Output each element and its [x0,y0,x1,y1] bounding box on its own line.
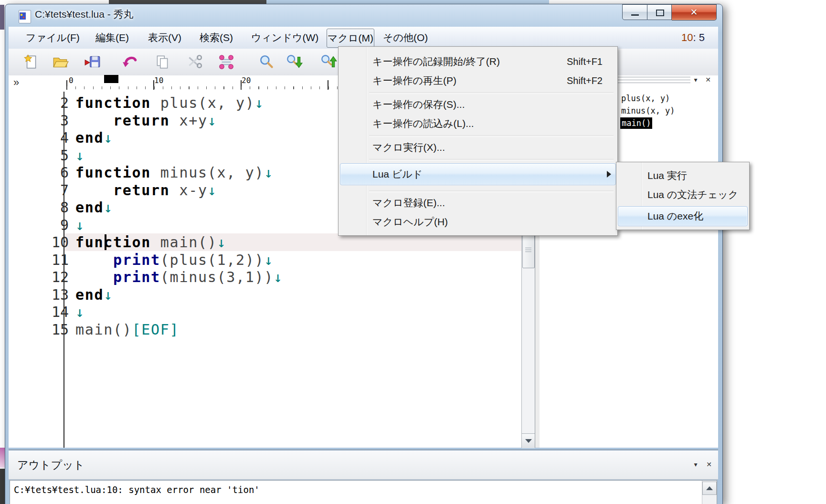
outline-close-button[interactable]: ✕ [703,75,713,84]
menu-item-run-macro[interactable]: マクロ実行(X)... [339,138,617,157]
output-header: アウトプット ▾ ✕ [9,451,718,480]
menu-search[interactable]: 検索(S) [200,27,233,49]
paste-button[interactable] [218,53,235,71]
newline-mark: ↓ [104,129,113,146]
menu-separator [369,159,614,161]
newline-mark: ↓ [254,94,264,111]
search-previous-button[interactable] [320,53,337,71]
editor-line: 13end↓ [9,286,521,304]
copy-button[interactable] [154,53,171,71]
submenu-item-lua-exe[interactable]: Lua のexe化 [617,206,749,226]
open-folder-icon [52,53,69,71]
search-button[interactable] [258,53,275,71]
eof-mark: [EOF] [132,321,180,338]
line-number: 7 [28,181,69,199]
new-file-icon [22,53,39,71]
maximize-button[interactable] [647,4,672,20]
output-splitter[interactable] [9,450,718,450]
caret-position-indicator: 10: 5 [681,27,705,49]
menu-separator [369,92,614,94]
newline-mark: ↓ [274,269,283,285]
hidemaru-file-icon [19,10,31,23]
copy-icon [154,53,171,71]
window-title: C:¥tets¥test.lua - 秀丸 [35,7,134,21]
open-file-button[interactable] [52,53,69,71]
output-close-button[interactable]: ✕ [704,460,714,469]
close-button[interactable]: ✕ [672,4,717,21]
shortcut-label: Shift+F1 [567,56,603,67]
newline-mark: ↓ [75,217,85,233]
line-number: 12 [28,268,69,286]
line-number: 15 [28,321,69,338]
line-number: 8 [28,199,69,216]
paste-icon [218,53,235,71]
menu-item-play-macro[interactable]: キー操作の再生(P)Shift+F2 [339,71,617,90]
line-number: 11 [28,251,69,269]
newline-mark: ↓ [264,164,274,181]
menu-item-macro-help[interactable]: マクロヘルプ(H) [339,212,617,231]
output-error-text: C:¥tets¥test.lua:10: syntax error near '… [14,484,260,495]
menu-separator [369,135,614,137]
shortcut-label: Shift+F2 [567,75,603,86]
search-next-button[interactable] [286,53,303,71]
menu-item-record-macro[interactable]: キー操作の記録開始/終了(R)Shift+F1 [339,52,617,71]
minimize-icon [631,14,639,16]
maximize-icon [656,10,664,16]
newline-mark: ↓ [208,182,217,199]
outline-item-minus[interactable]: minus(x, y) [621,105,675,116]
output-collapse-button[interactable]: ▾ [690,460,701,469]
line-number: 9 [28,216,69,234]
redo-button[interactable] [122,53,139,71]
scissors-icon [186,53,203,71]
ruler-label: 0 [69,76,74,85]
menu-window[interactable]: ウィンドウ(W) [251,27,318,49]
redo-arrow-icon [122,53,139,71]
scrollbar-down-button[interactable] [522,433,535,448]
menu-edit[interactable]: 編集(E) [95,27,129,49]
scrollbar-grip-icon [525,248,531,252]
save-file-button[interactable] [84,53,101,71]
editor-line: 15main()[EOF] [9,321,521,338]
menu-item-save-macro[interactable]: キー操作の保存(S)... [339,95,617,114]
menu-view[interactable]: 表示(V) [148,27,181,49]
output-scrollbar-up-button[interactable] [702,482,717,495]
outline-collapse-button[interactable]: ▾ [690,75,701,84]
line-number: 6 [28,164,69,181]
outline-item-main-selected[interactable]: main() [620,117,652,129]
menu-file[interactable]: ファイル(F) [26,27,80,49]
menu-other[interactable]: その他(O) [383,27,428,49]
submenu-item-lua-syntax-check[interactable]: Lua の文法チェック [617,185,749,204]
editor-line: 11 print(plus(1,2))↓ [9,251,521,269]
new-file-button[interactable] [22,53,39,71]
submenu-item-lua-run[interactable]: Lua 実行 [617,166,749,185]
lua-build-submenu: Lua 実行 Lua の文法チェック Lua のexe化 [616,162,750,230]
save-icon [84,53,101,71]
search-down-icon [286,53,303,71]
menu-separator [369,190,614,192]
wrap-chevron-icon: » [13,76,19,89]
newline-mark: ↓ [75,304,85,320]
outline-item-plus[interactable]: plus(x, y) [621,93,670,104]
titlebar[interactable]: C:¥tets¥test.lua - 秀丸 [9,4,722,27]
newline-mark: ↓ [208,112,217,129]
menu-bar: ファイル(F) 編集(E) 表示(V) 検索(S) ウィンドウ(W) マクロ(M… [9,27,718,49]
arrow-up-icon [706,486,713,490]
menu-item-lua-build[interactable]: Lua ビルド [339,163,617,185]
line-number: 13 [28,286,69,304]
search-icon [258,53,275,71]
ruler-caret-marker [104,75,118,83]
menu-macro[interactable]: マクロ(M) [327,29,374,48]
background-window-fragment [0,5,4,30]
output-title: アウトプット [17,451,85,479]
minimize-button[interactable] [622,4,647,20]
line-number: 4 [28,129,69,147]
search-up-icon [320,53,337,71]
menu-item-register-macro[interactable]: マクロ登録(E)... [339,193,617,212]
line-number: 3 [28,112,69,129]
cut-button[interactable] [186,53,203,71]
line-number: 10 [28,233,69,251]
output-scrollbar[interactable] [702,481,717,504]
line-number: 2 [28,94,69,112]
submenu-arrow-icon [607,171,611,178]
menu-item-load-macro[interactable]: キー操作の読込み(L)... [339,114,617,133]
